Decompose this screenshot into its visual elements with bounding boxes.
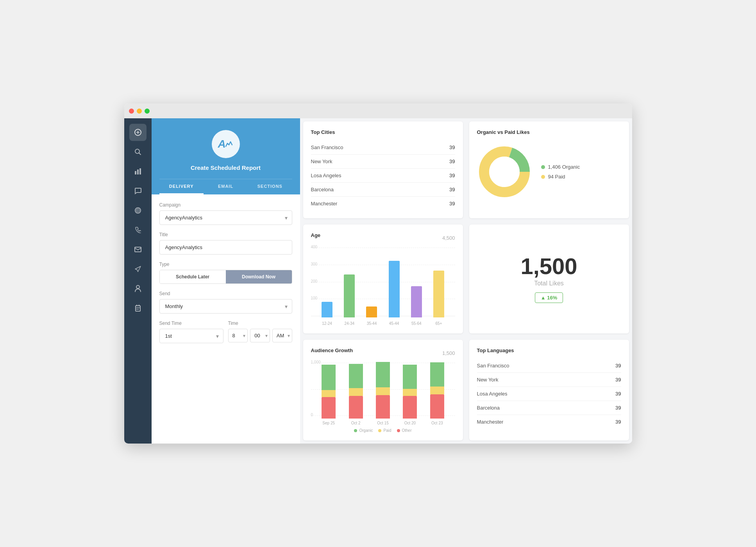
bar-red-oct23 [430,394,444,419]
sidebar-icon-search[interactable] [129,143,147,160]
sidebar-icon-comments[interactable] [129,182,147,200]
age-chart-container: 400 300 200 100 12-24 [311,248,455,326]
stacked-group-sep25: Sep 25 [319,365,339,425]
organic-content: 1,406 Organic 94 Paid [477,144,621,199]
organic-paid-card: Organic vs Paid Likes 1,406 [469,121,629,218]
stacked-bars-container: Sep 25 Oct 2 [311,363,455,425]
top-cities-card: Top Cities San Francisco 39 New York 39 … [303,121,463,218]
send-select[interactable]: Monthly [159,299,292,314]
bar-yellow-oct20 [403,389,417,396]
svg-rect-8 [135,247,141,252]
bar-red-sep25 [322,397,336,419]
tab-email[interactable]: EMAIL [204,179,248,194]
bar-yellow-sep25 [322,390,336,397]
bar-group-65plus: 65+ [430,271,447,326]
tab-delivery[interactable]: DELIVERY [159,179,204,194]
aud-legend-paid: Paid [378,428,391,433]
time-selects: 8 00 AM [228,329,292,342]
city-count: 39 [449,187,455,192]
age-chart-header: Age 4,500 [311,232,455,244]
cities-list: San Francisco 39 New York 39 Losa Angele… [311,141,455,210]
stacked-group-oct15: Oct 15 [373,362,393,425]
minute-select-wrapper: 00 [250,329,270,342]
audience-chart-header: Audience Growth 1,500 [311,347,455,359]
campaign-select[interactable]: AgencyAnalytics [159,210,292,225]
bar-45-44 [389,261,400,317]
organic-dot [541,165,545,169]
tab-sections[interactable]: SECTIONS [248,179,292,194]
bar-group-45-44: 45-44 [386,261,402,326]
bar-green-oct20 [403,365,417,389]
bar-group-55-64: 55-64 [408,286,425,326]
campaign-label: Campaign [159,202,292,208]
donut-chart [477,144,532,199]
city-name: Losa Angeles [311,173,341,178]
likes-label: Total Likes [534,280,564,287]
maximize-button[interactable] [145,109,150,114]
label-oct23: Oct 23 [431,421,443,425]
title-group: Title [159,232,292,255]
sidebar-icon-user[interactable] [129,280,147,297]
likes-number: 1,500 [520,255,577,278]
sidebar-icon-dashboard[interactable] [129,124,147,141]
close-button[interactable] [129,109,134,114]
titlebar [124,103,632,118]
sidebar-icon-target[interactable] [129,202,147,219]
audience-chart-area: 1,000 0 [311,363,455,425]
minute-select[interactable]: 00 [250,329,270,342]
label-oct20: Oct 20 [404,421,416,425]
title-input[interactable] [159,240,292,255]
bar-green-sep25 [322,365,336,390]
type-label: Type [159,262,292,267]
sidebar-icon-analytics[interactable] [129,163,147,180]
main-layout: A Create Scheduled Report DELIVERY EMAIL… [124,118,632,444]
bar-group-12-24: 12-24 [319,302,336,326]
send-label: Send [159,291,292,296]
send-time-select[interactable]: 1st [159,329,223,343]
bar-label-12-24: 12-24 [322,321,332,326]
schedule-later-button[interactable]: Schedule Later [160,270,226,283]
svg-rect-3 [137,169,139,175]
bar-12-24 [322,302,332,317]
sidebar-icon-mail[interactable] [129,241,147,258]
logo-circle: A [212,130,240,158]
bar-35-44 [366,306,377,317]
send-time-select-wrapper: 1st [159,329,223,343]
lang-name: Losa Angeles [477,391,508,397]
y-label-400: 400 [311,245,318,249]
type-group: Type Schedule Later Download Now [159,262,292,284]
bar-group-24-34: 24-34 [341,274,358,326]
stacked-group-oct20: Oct 20 [400,365,420,425]
period-select[interactable]: AM [272,329,292,342]
bars-container: 12-24 24-34 35-44 [311,257,455,326]
download-now-button[interactable]: Download Now [226,270,292,283]
hour-select-wrapper: 8 [228,329,248,342]
bar-65plus [433,271,444,317]
bar-55-64 [411,286,422,317]
title-label: Title [159,232,292,237]
lang-count: 39 [615,419,621,425]
city-count: 39 [449,173,455,178]
content-area: Top Cities San Francisco 39 New York 39 … [300,118,632,444]
time-label: Time [228,321,292,326]
stacked-bar-oct23 [430,362,444,419]
stacked-bar-oct15 [376,362,390,419]
send-time-group: Send Time 1st [159,321,223,343]
minimize-button[interactable] [137,109,142,114]
sidebar-icon-phone[interactable] [129,221,147,239]
hour-select[interactable]: 8 [228,329,248,342]
svg-point-9 [136,285,139,289]
paid-count: 94 Paid [548,174,565,180]
likes-badge: ▲ 16% [535,292,563,303]
stacked-group-oct23: Oct 23 [427,362,447,425]
left-panel: A Create Scheduled Report DELIVERY EMAIL… [152,118,300,444]
sidebar-icon-send[interactable] [129,260,147,278]
paid-dot [541,175,545,179]
age-total: 4,500 [442,235,455,241]
logo-icon [224,139,234,149]
sidebar-icon-clipboard[interactable] [129,299,147,317]
svg-rect-2 [135,171,136,175]
bar-label-35-44: 35-44 [367,321,377,326]
type-buttons: Schedule Later Download Now [159,270,292,284]
organic-count: 1,406 Organic [548,164,580,170]
